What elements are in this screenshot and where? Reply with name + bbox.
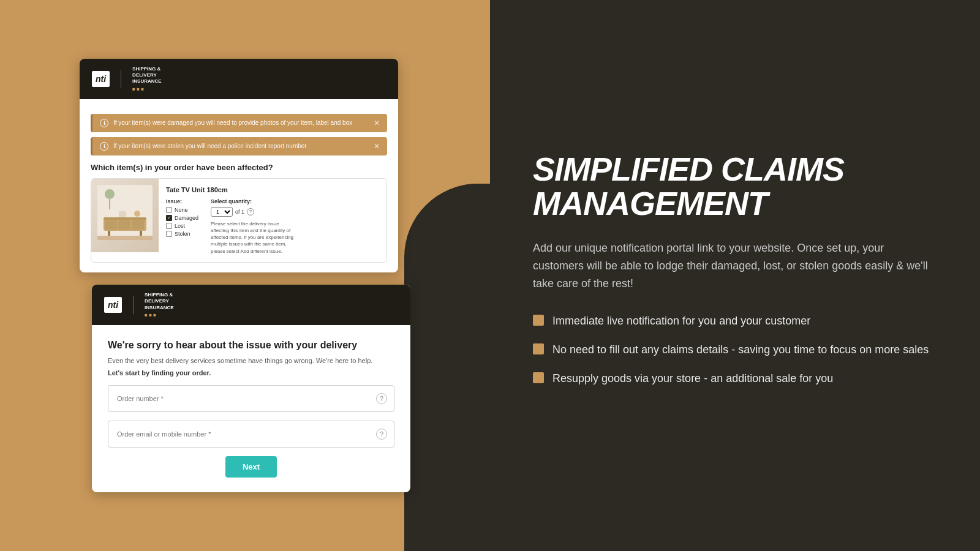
svg-rect-6 — [118, 220, 130, 230]
order-number-wrapper: ? — [108, 385, 394, 412]
left-panel: nti SHIPPING & DELIVERY INSURANCE ■ ■ ■ … — [0, 0, 490, 551]
select-qty-label: Select quantity: — [211, 198, 296, 204]
checkbox-lost[interactable]: Lost — [166, 223, 198, 229]
header-divider-2 — [133, 296, 134, 314]
checkbox-stolen-box[interactable] — [166, 231, 172, 237]
select-row: 1 2 3 of 1 ? — [211, 207, 296, 217]
header-divider — [121, 70, 121, 88]
order-number-help[interactable]: ? — [376, 393, 387, 404]
order-email-input[interactable] — [108, 421, 394, 448]
checkbox-damaged[interactable]: Damaged — [166, 215, 198, 221]
checkbox-none-label: None — [175, 207, 188, 213]
next-button[interactable]: Next — [225, 456, 277, 478]
tagline-line1: SHIPPING & — [132, 66, 162, 72]
brand-tagline: SHIPPING & DELIVERY INSURANCE ■ ■ ■ — [132, 66, 162, 92]
issue-label: Issue: — [166, 198, 198, 204]
checkbox-lost-label: Lost — [175, 223, 185, 229]
order-email-wrapper: ? — [108, 421, 394, 448]
main-heading: SIMPLIFIED CLAIMS MANAGEMENT — [533, 152, 937, 221]
svg-rect-5 — [105, 220, 117, 230]
tagline-line2: DELIVERY — [132, 72, 162, 78]
order-number-input[interactable] — [108, 385, 394, 412]
alert-damaged-text: If your item(s) were damaged you will ne… — [113, 119, 352, 126]
item-details: Tate TV Unit 180cm Issue: None Damaged — [159, 179, 386, 262]
bullet-text-1: Immediate live notification for you and … — [552, 313, 810, 329]
bullet-icon-2 — [533, 343, 544, 354]
bullet-item-2: No need to fill out any claims details -… — [533, 342, 937, 358]
qty-help-icon[interactable]: ? — [247, 208, 254, 216]
card1-content: ℹ If your item(s) were damaged you will … — [80, 99, 398, 272]
checkbox-stolen[interactable]: Stolen — [166, 231, 198, 237]
svg-rect-9 — [140, 231, 142, 236]
sorry-subtitle: Even the very best delivery services som… — [108, 356, 394, 366]
sorry-title: We're sorry to hear about the issue with… — [108, 340, 394, 351]
tagline2-line2: DELIVERY — [145, 298, 174, 304]
svg-rect-7 — [132, 220, 144, 230]
find-order-label: Let's start by finding your order. — [108, 369, 394, 377]
tagline-line3: INSURANCE — [132, 78, 162, 84]
alert-damaged-close[interactable]: ✕ — [374, 119, 380, 127]
section-title: Which item(s) in your order have been af… — [91, 163, 387, 172]
brand-name-2: nti — [108, 300, 118, 310]
checkbox-lost-box[interactable] — [166, 223, 172, 229]
checkbox-stolen-label: Stolen — [175, 231, 190, 237]
svg-rect-11 — [119, 211, 126, 217]
alert-damaged-left: ℹ If your item(s) were damaged you will … — [100, 119, 352, 127]
checkbox-none[interactable]: None — [166, 207, 198, 213]
brand-dots-2: ■ ■ ■ — [145, 312, 174, 318]
card2-content: We're sorry to hear about the issue with… — [92, 325, 410, 493]
furniture-svg — [94, 182, 156, 249]
card-find-order: nti SHIPPING & DELIVERY INSURANCE ■ ■ ■ … — [92, 285, 410, 493]
info-icon-damaged: ℹ — [100, 119, 108, 127]
bullet-icon-3 — [533, 372, 544, 383]
right-panel: SIMPLIFIED CLAIMS MANAGEMENT Add our uni… — [490, 0, 980, 551]
checkbox-damaged-box[interactable] — [166, 215, 172, 221]
bullet-text-2: No need to fill out any claims details -… — [552, 342, 929, 358]
svg-rect-8 — [108, 231, 110, 236]
order-email-help[interactable]: ? — [376, 429, 387, 440]
svg-rect-4 — [104, 217, 146, 220]
checkbox-damaged-label: Damaged — [175, 215, 198, 221]
info-icon-stolen: ℹ — [100, 142, 108, 151]
svg-point-1 — [105, 189, 115, 199]
alert-stolen-close[interactable]: ✕ — [374, 142, 380, 151]
nti-logo-2: nti — [104, 297, 122, 313]
item-image — [91, 179, 159, 252]
tagline2-line3: INSURANCE — [145, 305, 174, 311]
nti-logo: nti — [92, 71, 110, 87]
bullet-icon-1 — [533, 315, 544, 326]
qty-of: of 1 — [235, 209, 244, 215]
svg-point-10 — [134, 211, 140, 217]
nti-header-2: nti SHIPPING & DELIVERY INSURANCE ■ ■ ■ — [92, 285, 410, 325]
brand-dots: ■ ■ ■ — [132, 86, 162, 92]
description: Add our unique notification portal link … — [533, 239, 937, 292]
issue-section: Issue: None Damaged Lost — [166, 198, 379, 255]
select-section: Select quantity: 1 2 3 of 1 ? Please — [211, 198, 296, 255]
brand-name: nti — [96, 74, 106, 84]
bullet-text-3: Resupply goods via your store - an addit… — [552, 370, 833, 387]
nti-header-1: nti SHIPPING & DELIVERY INSURANCE ■ ■ ■ — [80, 59, 398, 99]
alert-stolen: ℹ If your item(s) were stolen you will n… — [91, 137, 387, 156]
card-item-selection: nti SHIPPING & DELIVERY INSURANCE ■ ■ ■ … — [80, 59, 398, 272]
alert-damaged: ℹ If your item(s) were damaged you will … — [91, 114, 387, 132]
alert-stolen-left: ℹ If your item(s) were stolen you will n… — [100, 142, 307, 151]
svg-rect-12 — [97, 236, 153, 240]
bullet-item-1: Immediate live notification for you and … — [533, 313, 937, 329]
qty-select[interactable]: 1 2 3 — [211, 207, 233, 217]
issue-checkboxes: Issue: None Damaged Lost — [166, 198, 198, 255]
brand-tagline-2: SHIPPING & DELIVERY INSURANCE ■ ■ ■ — [145, 292, 174, 318]
issue-description: Please select the delivery issue affecti… — [211, 220, 296, 255]
checkbox-none-box[interactable] — [166, 207, 172, 213]
item-name: Tate TV Unit 180cm — [166, 186, 379, 193]
tagline2-line1: SHIPPING & — [145, 292, 174, 298]
alert-stolen-text: If your item(s) were stolen you will nee… — [113, 143, 307, 149]
bullet-item-3: Resupply goods via your store - an addit… — [533, 370, 937, 387]
item-row: Tate TV Unit 180cm Issue: None Damaged — [91, 178, 387, 263]
